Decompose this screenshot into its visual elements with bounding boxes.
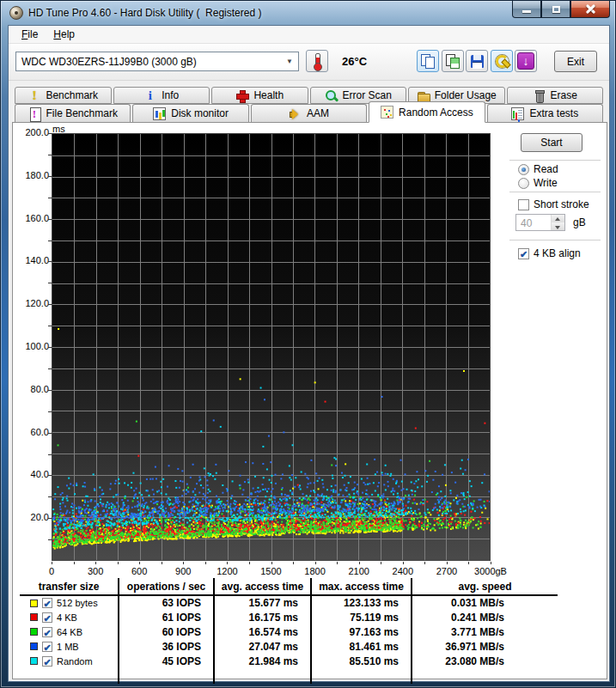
max-access-cell: 75.119 ms bbox=[311, 610, 412, 624]
series-visible-checkbox[interactable]: ✔ bbox=[42, 612, 52, 623]
y-axis-tick-label: 100.0 bbox=[15, 341, 49, 351]
results-table-header: transfer sizeoperations / secavg. access… bbox=[20, 578, 558, 595]
tab-disk-monitor[interactable]: Disk monitor bbox=[132, 104, 248, 122]
tab-extra-tests[interactable]: Extra tests bbox=[487, 104, 603, 122]
x-axis-tick bbox=[293, 562, 294, 564]
column-header: operations / sec bbox=[119, 578, 214, 595]
download-arrow-button[interactable]: ↓ bbox=[515, 50, 537, 72]
close-button[interactable] bbox=[570, 1, 610, 18]
empty-cell bbox=[412, 668, 558, 684]
tab-random-access[interactable]: Random Access bbox=[369, 101, 485, 123]
align-option[interactable]: ✔ 4 KB align bbox=[518, 247, 581, 259]
health-icon bbox=[235, 89, 248, 102]
series-visible-checkbox[interactable]: ✔ bbox=[42, 598, 52, 608]
menu-file[interactable]: File bbox=[15, 26, 45, 43]
short-stroke-checkbox[interactable] bbox=[518, 199, 529, 210]
copy-button[interactable] bbox=[417, 50, 439, 72]
write-option[interactable]: Write bbox=[518, 177, 558, 189]
x-axis-tick bbox=[52, 562, 52, 564]
menu-help[interactable]: Help bbox=[46, 26, 82, 43]
series-color-swatch bbox=[30, 642, 38, 650]
table-row bbox=[20, 668, 558, 684]
short-stroke-option[interactable]: Short stroke bbox=[518, 198, 589, 210]
x-axis-tick bbox=[491, 562, 491, 564]
empty-cell bbox=[20, 668, 119, 684]
table-row: ✔512 bytes63 IOPS15.677 ms123.133 ms0.03… bbox=[20, 595, 558, 610]
series-visible-checkbox[interactable]: ✔ bbox=[42, 642, 52, 652]
stepper-up-button[interactable] bbox=[552, 215, 564, 222]
avg-speed-cell: 0.031 MB/s bbox=[412, 595, 558, 610]
tab-aam[interactable]: AAM bbox=[251, 104, 367, 122]
file-benchmark-icon bbox=[28, 107, 41, 120]
short-stroke-size-stepper[interactable]: 40 bbox=[515, 214, 565, 231]
series-color-swatch bbox=[30, 600, 38, 607]
series-color-swatch bbox=[30, 628, 38, 636]
minimize-icon bbox=[522, 10, 531, 13]
empty-cell bbox=[119, 668, 214, 684]
tab-benchmark[interactable]: !Benchmark bbox=[15, 87, 112, 104]
exit-button[interactable]: Exit bbox=[554, 51, 597, 72]
save-button[interactable] bbox=[466, 50, 488, 72]
column-header: avg. speed bbox=[412, 578, 558, 595]
x-axis-tick-label: 2400 bbox=[379, 566, 427, 576]
align-checkbox[interactable]: ✔ bbox=[518, 248, 529, 259]
tab-label: Error Scan bbox=[343, 89, 392, 101]
folder-usage-icon bbox=[417, 89, 430, 102]
x-axis-tick bbox=[315, 562, 316, 564]
y-axis-tick-label: 120.0 bbox=[15, 298, 49, 308]
column-header: avg. access time bbox=[214, 578, 311, 595]
tab-label: Erase bbox=[551, 89, 577, 101]
tab-file-benchmark[interactable]: File Benchmark bbox=[15, 104, 131, 122]
y-axis-tick bbox=[48, 155, 52, 155]
x-axis-tick bbox=[162, 562, 162, 564]
series-visible-checkbox[interactable]: ✔ bbox=[42, 627, 52, 637]
options-button[interactable] bbox=[491, 50, 513, 72]
tab-label: AAM bbox=[307, 107, 329, 119]
series-color-swatch bbox=[30, 613, 38, 621]
save-icon bbox=[471, 55, 484, 68]
tab-label: Info bbox=[162, 89, 179, 101]
app-icon bbox=[9, 6, 23, 20]
maximize-button[interactable] bbox=[541, 1, 570, 18]
tab-erase[interactable]: Erase bbox=[507, 87, 604, 104]
y-axis-tick bbox=[48, 240, 52, 241]
start-button[interactable]: Start bbox=[521, 133, 582, 152]
series-visible-checkbox[interactable]: ✔ bbox=[42, 656, 52, 667]
y-axis-tick-label: 40.0 bbox=[15, 469, 49, 479]
x-axis-tick bbox=[249, 562, 250, 564]
tab-health[interactable]: Health bbox=[211, 87, 308, 104]
results-table: transfer sizeoperations / secavg. access… bbox=[20, 578, 558, 684]
copy-image-icon bbox=[446, 54, 460, 68]
copy-image-button[interactable] bbox=[442, 50, 464, 72]
test-controls-panel: Start Read Write Short stroke 40 bbox=[503, 123, 608, 569]
options-icon bbox=[495, 54, 509, 68]
y-axis-tick bbox=[48, 390, 52, 391]
y-axis-tick bbox=[48, 539, 52, 540]
series-label: 1 MB bbox=[57, 642, 79, 652]
toolbar: WDC WD30EZRS-11J99B0 (3000 gB) ▼ 26°C ↓ … bbox=[9, 44, 609, 81]
temperature-button[interactable] bbox=[306, 50, 328, 72]
stepper-down-button[interactable] bbox=[552, 222, 564, 230]
max-access-cell: 123.133 ms bbox=[311, 595, 412, 610]
write-radio[interactable] bbox=[518, 178, 529, 189]
minimize-button[interactable] bbox=[512, 1, 541, 18]
read-option[interactable]: Read bbox=[518, 163, 558, 175]
tab-label: Disk monitor bbox=[171, 107, 229, 119]
temperature-value: 26°C bbox=[342, 55, 367, 68]
tab-row-1: !BenchmarkiInfoHealthError ScanFolder Us… bbox=[9, 87, 609, 104]
y-axis-tick bbox=[48, 518, 52, 519]
read-radio[interactable] bbox=[518, 164, 529, 175]
tab-info[interactable]: iInfo bbox=[113, 87, 210, 104]
short-stroke-size-value: 40 bbox=[516, 215, 551, 230]
x-axis-tick bbox=[468, 562, 469, 564]
drive-select[interactable]: WDC WD30EZRS-11J99B0 (3000 gB) ▼ bbox=[15, 52, 299, 71]
series-label: 64 KB bbox=[57, 627, 82, 637]
ops-cell: 45 IOPS bbox=[119, 654, 214, 668]
y-axis-tick-label: 140.0 bbox=[15, 255, 49, 265]
app-window: HD Tune Pro 4.60 - Hard Disk Utility ( R… bbox=[0, 0, 616, 688]
tab-label: Health bbox=[253, 89, 284, 101]
x-axis-tick bbox=[359, 562, 360, 564]
x-axis-tick bbox=[139, 562, 140, 564]
x-axis-tick bbox=[227, 562, 228, 564]
x-axis-tick bbox=[95, 562, 96, 564]
